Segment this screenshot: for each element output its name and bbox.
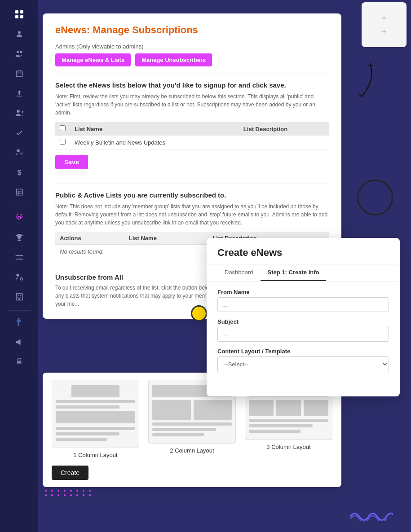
thumb-1col-line2 (56, 405, 119, 409)
deco-wave (348, 508, 393, 523)
svg-point-22 (19, 259, 20, 260)
select-section-note: Note: First, review the lists you may al… (55, 92, 329, 117)
sidebar: $ (0, 0, 38, 532)
layout-thumb-1col: 1 Column Layout (52, 380, 139, 458)
svg-rect-3 (20, 15, 23, 18)
sidebar-divider-2 (8, 310, 31, 311)
svg-point-23 (16, 274, 19, 277)
row-list-description (239, 136, 329, 149)
svg-rect-7 (16, 71, 22, 77)
subscribed-title: Public & Active Lists you are currently … (55, 191, 329, 199)
svg-point-5 (17, 51, 19, 53)
sidebar-icon-person[interactable] (10, 25, 28, 43)
sidebar-icon-upload[interactable] (10, 84, 28, 102)
thumb-3col-line3 (249, 430, 301, 433)
content-layout-group: Content Layout / Template --Select-- 1 C… (217, 348, 389, 372)
sidebar-icon-chef[interactable] (10, 353, 28, 371)
sub-col-name: List Name (124, 232, 208, 245)
svg-point-12 (17, 110, 20, 113)
sidebar-icon-check[interactable] (10, 124, 28, 142)
thumb-3col-cols (249, 400, 328, 416)
list-table: List Name List Description Weekly Bullet… (55, 122, 329, 149)
sidebar-icon-dollar[interactable]: $ (10, 163, 28, 181)
sub-col-actions: Actions (55, 232, 124, 245)
thumb-1col-line1 (56, 400, 135, 403)
thumb-3col-line1 (249, 419, 328, 422)
sidebar-icon-grid[interactable] (10, 5, 28, 23)
col-list-description: List Description (239, 122, 329, 136)
subject-group: Subject (217, 318, 389, 342)
tab-create-info[interactable]: Step 1: Create Info (261, 264, 327, 281)
thumb-3col-3 (304, 400, 328, 416)
select-all-checkbox[interactable] (60, 125, 66, 131)
thumb-1col-line4 (56, 427, 135, 430)
thumb-2col-cols (152, 400, 232, 420)
sidebar-icon-people[interactable] (10, 45, 28, 63)
modal-title: Create eNews (217, 247, 389, 259)
thumb-1col-box (52, 380, 139, 448)
content-layout-select[interactable]: --Select-- 1 Column 2 Column 3 Column (217, 356, 389, 372)
from-name-input[interactable] (217, 297, 389, 312)
modal-header: Create eNews (207, 238, 400, 264)
svg-rect-2 (15, 15, 18, 18)
topright-card: + + (362, 2, 407, 47)
sidebar-icon-megaphone[interactable] (10, 333, 28, 351)
thumb-1col-line3 (56, 411, 135, 423)
svg-rect-28 (18, 295, 18, 296)
svg-rect-1 (20, 10, 23, 13)
create-button[interactable]: Create (52, 466, 88, 480)
col-list-name: List Name (70, 122, 239, 136)
svg-point-6 (20, 51, 22, 53)
thumb-1col-header (71, 385, 119, 397)
thumb-3col-1 (249, 400, 274, 416)
modal-panel: Create eNews Dashboard Step 1: Create In… (207, 238, 400, 396)
layout-label-3col: 3 Column Layout (266, 444, 310, 450)
sidebar-icon-at[interactable] (10, 209, 28, 227)
sidebar-icon-person-settings[interactable] (10, 268, 28, 286)
subscribed-note: Note: This does not include any 'member … (55, 202, 329, 227)
thumb-1col-line5 (56, 432, 119, 435)
row-checkbox-cell (55, 136, 70, 149)
admin-label: Admins (Only viewable to admins) (55, 43, 329, 50)
sidebar-icon-person-check[interactable] (10, 144, 28, 162)
thumb-2col-line2 (152, 428, 216, 431)
save-button[interactable]: Save (55, 155, 88, 169)
svg-point-24 (20, 278, 22, 280)
svg-rect-11 (17, 96, 22, 97)
svg-rect-15 (16, 189, 22, 195)
subject-label: Subject (217, 318, 389, 325)
divider-2 (55, 184, 329, 184)
subject-input[interactable] (217, 327, 389, 342)
svg-rect-31 (20, 297, 21, 298)
sidebar-icon-facebook[interactable] (10, 313, 28, 331)
svg-rect-20 (18, 240, 21, 241)
sidebar-icon-users[interactable] (10, 104, 28, 122)
thumb-1col-line6 (56, 438, 107, 441)
deco-arrow (348, 63, 375, 101)
thumb-2col-line1 (152, 422, 232, 426)
svg-rect-29 (20, 295, 21, 296)
manage-unsub-button[interactable]: Manage Unsubscribers (135, 53, 212, 66)
sidebar-icon-trophy[interactable] (10, 229, 28, 246)
manage-enews-button[interactable]: Manage eNews & Lists (55, 53, 131, 66)
col-checkbox (55, 122, 70, 136)
row-checkbox[interactable] (60, 139, 66, 145)
modal-body: From Name Subject Content Layout / Templ… (207, 281, 400, 386)
svg-text:$: $ (17, 168, 21, 176)
layout-label-2col: 2 Column Layout (170, 447, 214, 454)
svg-rect-32 (18, 299, 20, 300)
layout-label-1col: 1 Column Layout (73, 452, 117, 458)
page-title: eNews: Manage Subscriptions (55, 24, 329, 36)
svg-rect-30 (18, 297, 18, 298)
sidebar-icon-table[interactable] (10, 183, 28, 201)
plus-icon-2: + (381, 26, 387, 36)
tab-dashboard[interactable]: Dashboard (217, 264, 261, 281)
from-name-label: From Name (217, 289, 389, 295)
table-row: Weekly Bulletin and News Updates (55, 136, 329, 149)
sidebar-icon-building[interactable] (10, 288, 28, 306)
sidebar-icon-flow[interactable] (10, 248, 28, 266)
thumb-col-2 (194, 400, 232, 420)
sidebar-divider (8, 206, 31, 206)
thumb-2col-line3 (152, 433, 204, 436)
sidebar-icon-calendar[interactable] (10, 65, 28, 83)
